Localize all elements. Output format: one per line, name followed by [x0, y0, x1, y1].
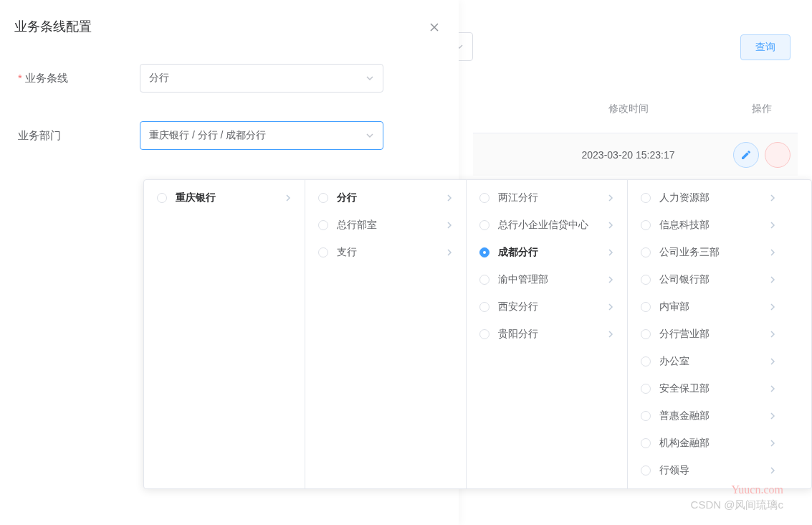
cascader-item[interactable]: 行领导: [628, 457, 789, 484]
chevron-right-icon: [607, 249, 614, 256]
radio-icon[interactable]: [479, 193, 489, 203]
radio-icon[interactable]: [641, 384, 651, 394]
radio-icon[interactable]: [318, 193, 328, 203]
cascader-item[interactable]: 总行小企业信贷中心: [467, 212, 627, 239]
cascader-panel: 重庆银行: [144, 180, 305, 488]
cascader-item[interactable]: 支行: [305, 239, 466, 266]
cascader-item[interactable]: 公司银行部: [628, 266, 789, 293]
business-line-select[interactable]: 分行: [140, 64, 383, 93]
field-label-business-line: *业务条线: [14, 72, 140, 85]
cascader-item-label: 总行小企业信贷中心: [498, 219, 607, 232]
chevron-right-icon: [769, 249, 776, 256]
col-header-action: 操作: [726, 103, 798, 115]
cascader-item[interactable]: 普惠金融部: [628, 402, 789, 430]
chevron-right-icon: [769, 222, 776, 229]
cascader-item-label: 安全保卫部: [659, 382, 769, 395]
table-row: 2023-03-20 15:23:17: [473, 133, 798, 176]
cascader-item-label: 总行部室: [337, 219, 446, 232]
cascader-panel: 分行总行部室支行: [305, 180, 467, 488]
chevron-right-icon: [446, 194, 453, 202]
cascader-item[interactable]: 安全保卫部: [628, 375, 789, 402]
radio-icon[interactable]: [641, 302, 651, 312]
cascader-item-label: 成都分行: [498, 246, 607, 259]
cascader-item[interactable]: 重庆银行: [144, 184, 305, 212]
radio-icon[interactable]: [318, 220, 328, 230]
radio-icon[interactable]: [479, 220, 489, 230]
chevron-right-icon: [769, 303, 776, 311]
cascader-item[interactable]: 两江分行: [467, 184, 627, 212]
chevron-right-icon: [769, 467, 776, 474]
cascader-item-label: 信息科技部: [659, 219, 769, 232]
radio-icon[interactable]: [641, 193, 651, 203]
modal-title: 业务条线配置: [14, 18, 444, 35]
radio-icon[interactable]: [641, 275, 651, 285]
cascader-item[interactable]: 渝中管理部: [467, 266, 627, 293]
radio-icon[interactable]: [479, 247, 489, 257]
chevron-right-icon: [769, 440, 776, 447]
cascader-item-label: 公司银行部: [659, 273, 769, 286]
chevron-down-icon: [366, 131, 374, 140]
chevron-down-icon: [366, 74, 374, 82]
cascader-item-label: 两江分行: [498, 191, 607, 204]
cascader-item[interactable]: 分行营业部: [628, 321, 789, 348]
cascader-item[interactable]: 贵阳分行: [467, 321, 627, 348]
radio-icon[interactable]: [157, 193, 167, 203]
delete-button[interactable]: [765, 142, 790, 168]
cascader-dropdown: 重庆银行分行总行部室支行两江分行总行小企业信贷中心成都分行渝中管理部西安分行贵阳…: [143, 179, 812, 489]
cascader-item-label: 办公室: [659, 355, 769, 368]
cascader-item[interactable]: 公司业务三部: [628, 239, 789, 266]
chevron-right-icon: [769, 331, 776, 338]
cascader-item[interactable]: 成都分行: [467, 239, 627, 266]
chevron-right-icon: [607, 194, 614, 202]
business-dept-cascader[interactable]: 重庆银行 / 分行 / 成都分行: [140, 121, 383, 150]
cascader-panel: 人力资源部信息科技部公司业务三部公司银行部内审部分行营业部办公室安全保卫部普惠金…: [628, 180, 789, 488]
watermark-csdn: CSDN @风间琉璃c: [691, 498, 783, 512]
chevron-right-icon: [769, 358, 776, 365]
cell-modify-time: 2023-03-20 15:23:17: [473, 149, 726, 161]
select-value: 分行: [149, 72, 169, 85]
cascader-item[interactable]: 内审部: [628, 293, 789, 321]
cascader-item-label: 分行: [337, 191, 446, 204]
radio-icon[interactable]: [641, 356, 651, 366]
cascader-value: 重庆银行 / 分行 / 成都分行: [149, 129, 266, 142]
required-asterisk: *: [18, 72, 22, 84]
cascader-item[interactable]: 总行部室: [305, 212, 466, 239]
cascader-item[interactable]: 机构金融部: [628, 430, 789, 457]
chevron-right-icon: [446, 222, 453, 229]
table-header: 修改时间 操作: [473, 93, 798, 125]
radio-icon[interactable]: [641, 220, 651, 230]
chevron-right-icon: [769, 194, 776, 202]
radio-icon[interactable]: [641, 438, 651, 448]
cascader-item[interactable]: 分行: [305, 184, 466, 212]
col-header-time: 修改时间: [473, 103, 726, 115]
radio-icon[interactable]: [641, 329, 651, 339]
chevron-right-icon: [769, 385, 776, 392]
query-button[interactable]: 查询: [740, 34, 790, 60]
cascader-item[interactable]: 办公室: [628, 348, 789, 375]
cascader-item-label: 公司业务三部: [659, 246, 769, 259]
radio-icon[interactable]: [318, 247, 328, 257]
radio-icon[interactable]: [641, 411, 651, 421]
close-icon[interactable]: [427, 20, 441, 34]
field-label-business-dept: 业务部门: [14, 129, 140, 143]
chevron-right-icon: [285, 194, 292, 202]
cascader-item-label: 内审部: [659, 301, 769, 313]
radio-icon[interactable]: [479, 275, 489, 285]
watermark-yuucn: Yuucn.com: [732, 483, 783, 496]
chevron-right-icon: [607, 303, 614, 311]
cascader-item-label: 渝中管理部: [498, 273, 607, 286]
cascader-item-label: 西安分行: [498, 301, 607, 313]
cascader-item-label: 机构金融部: [659, 437, 769, 450]
cascader-item[interactable]: 信息科技部: [628, 212, 789, 239]
radio-icon[interactable]: [479, 329, 489, 339]
radio-icon[interactable]: [641, 465, 651, 476]
cascader-item[interactable]: 西安分行: [467, 293, 627, 321]
chevron-right-icon: [769, 276, 776, 283]
cascader-item-label: 普惠金融部: [659, 410, 769, 422]
radio-icon[interactable]: [641, 247, 651, 257]
radio-icon[interactable]: [479, 302, 489, 312]
chevron-right-icon: [446, 249, 453, 256]
cascader-item[interactable]: 人力资源部: [628, 184, 789, 212]
edit-button[interactable]: [733, 142, 759, 168]
cascader-item-label: 行领导: [659, 464, 769, 477]
